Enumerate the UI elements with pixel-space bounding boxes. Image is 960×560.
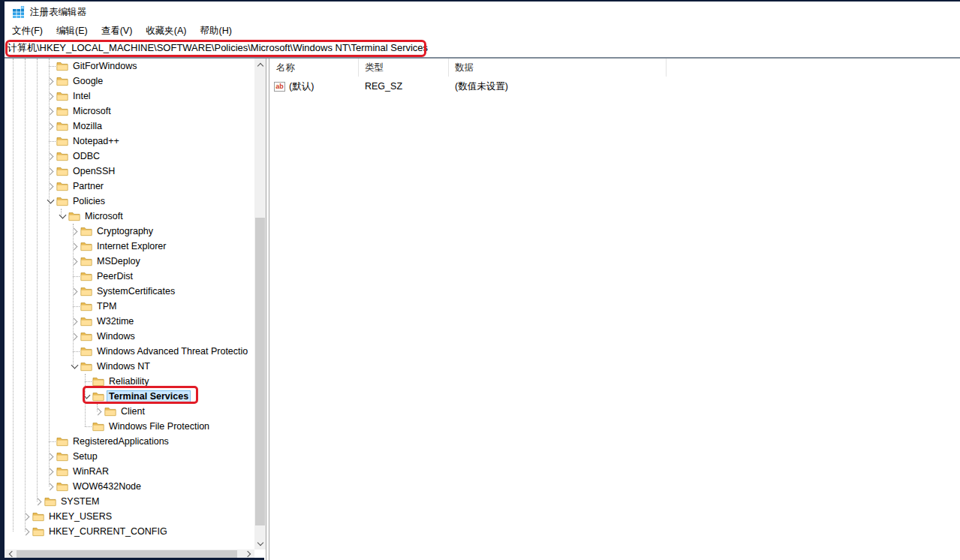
horizontal-scroll-thumb[interactable] [17, 550, 237, 558]
expand-chevron-right-icon[interactable] [20, 525, 32, 537]
tree-item-hkey-current-config[interactable]: HKEY_CURRENT_CONFIG [5, 524, 254, 539]
tree-item-microsoft[interactable]: Microsoft [5, 209, 254, 224]
tree-item-notepad[interactable]: Notepad++ [5, 134, 254, 149]
tree-item-tpm[interactable]: TPM [5, 299, 254, 314]
expand-chevron-right-icon[interactable] [44, 465, 56, 477]
scroll-up-button[interactable] [254, 59, 266, 71]
tree-item-label: Policies [71, 195, 107, 207]
expand-chevron-right-icon[interactable] [44, 165, 56, 177]
tree-item-odbc[interactable]: ODBC [5, 149, 254, 164]
tree-item-peerdist[interactable]: PeerDist [5, 269, 254, 284]
menu-favorites[interactable]: 收藏夹(A) [139, 23, 193, 39]
expand-chevron-right-icon[interactable] [68, 315, 80, 327]
tree-item-client[interactable]: Client [5, 404, 254, 419]
tree-item-mozilla[interactable]: Mozilla [5, 119, 254, 134]
chevron-right-icon [244, 551, 250, 557]
expand-chevron-right-icon[interactable] [44, 450, 56, 462]
expand-chevron-right-icon[interactable] [68, 285, 80, 297]
menu-file[interactable]: 文件(F) [5, 23, 50, 39]
tree-item-label: SYSTEM [59, 495, 101, 507]
expand-chevron-right-icon[interactable] [20, 510, 32, 522]
registry-tree: GitForWindowsGoogleIntelMicrosoftMozilla… [5, 59, 254, 549]
tree-item-gitforwindows[interactable]: GitForWindows [5, 59, 254, 74]
tree-item-setup[interactable]: Setup [5, 449, 254, 464]
tree-item-windows-advanced-threat-protectio[interactable]: Windows Advanced Threat Protectio [5, 344, 254, 359]
tree-item-systemcertificates[interactable]: SystemCertificates [5, 284, 254, 299]
vertical-scroll-thumb[interactable] [255, 218, 265, 525]
tree-item-windows-nt[interactable]: Windows NT [5, 359, 254, 374]
expand-chevron-right-icon[interactable] [68, 240, 80, 252]
collapse-chevron-down-icon[interactable] [68, 360, 80, 372]
scroll-down-button[interactable] [254, 537, 266, 549]
expand-chevron-right-icon[interactable] [44, 105, 56, 117]
tree-item-label: W32time [95, 315, 136, 327]
menu-view[interactable]: 查看(V) [95, 23, 140, 39]
column-header-name[interactable]: 名称 [270, 59, 359, 77]
tree-item-intel[interactable]: Intel [5, 89, 254, 104]
folder-icon [56, 451, 68, 462]
chevron-down-icon [257, 539, 263, 545]
collapse-chevron-down-icon[interactable] [80, 390, 92, 402]
expand-chevron-right-icon[interactable] [44, 75, 56, 87]
tree-vertical-scrollbar[interactable] [254, 59, 266, 549]
column-header-type[interactable]: 类型 [359, 59, 449, 77]
folder-icon [56, 481, 68, 492]
tree-item-w32time[interactable]: W32time [5, 314, 254, 329]
expand-chevron-right-icon[interactable] [44, 90, 56, 102]
tree-item-label: Windows NT [95, 360, 152, 372]
expand-chevron-right-icon[interactable] [92, 405, 104, 417]
tree-item-policies[interactable]: Policies [5, 194, 254, 209]
value-type: REG_SZ [359, 81, 449, 92]
expand-chevron-right-icon[interactable] [68, 225, 80, 237]
expand-chevron-right-icon[interactable] [68, 255, 80, 267]
tree-item-reliability[interactable]: Reliability [5, 374, 254, 389]
collapse-chevron-down-icon[interactable] [44, 195, 56, 207]
menu-edit[interactable]: 编辑(E) [50, 23, 95, 39]
tree-item-label: RegisteredApplications [71, 435, 171, 447]
tree-item-hkey-users[interactable]: HKEY_USERS [5, 509, 254, 524]
menu-help[interactable]: 帮助(H) [193, 23, 238, 39]
folder-icon [56, 91, 68, 101]
tree-item-google[interactable]: Google [5, 74, 254, 89]
tree-item-terminal-services[interactable]: Terminal Services [5, 389, 254, 404]
tree-item-internet-explorer[interactable]: Internet Explorer [5, 239, 254, 254]
tree-item-label: Mozilla [71, 120, 104, 132]
tree-item-windows-file-protection[interactable]: Windows File Protection [5, 419, 254, 434]
tree-item-msdeploy[interactable]: MSDeploy [5, 254, 254, 269]
tree-item-partner[interactable]: Partner [5, 179, 254, 194]
tree-guide-line [13, 59, 14, 531]
folder-icon [92, 391, 104, 402]
pane-splitter[interactable] [266, 59, 269, 560]
tree-item-wow6432node[interactable]: WOW6432Node [5, 479, 254, 494]
desktop-edge-left [0, 0, 5, 560]
column-header-data[interactable]: 数据 [449, 59, 667, 77]
expand-chevron-right-icon[interactable] [44, 180, 56, 192]
expand-chevron-right-icon[interactable] [44, 120, 56, 132]
registry-icon [12, 6, 25, 19]
registry-path[interactable]: 计算机\HKEY_LOCAL_MACHINE\SOFTWARE\Policies… [5, 41, 428, 55]
tree-item-label: Partner [71, 180, 106, 192]
tree-item-cryptography[interactable]: Cryptography [5, 224, 254, 239]
value-data: (数值未设置) [449, 80, 508, 93]
tree-item-registeredapplications[interactable]: RegisteredApplications [5, 434, 254, 449]
tree-item-label: Notepad++ [71, 135, 122, 147]
tree-item-openssh[interactable]: OpenSSH [5, 164, 254, 179]
address-bar[interactable]: 计算机\HKEY_LOCAL_MACHINE\SOFTWARE\Policies… [5, 39, 960, 59]
expand-chevron-right-icon[interactable] [68, 330, 80, 342]
expand-chevron-right-icon[interactable] [44, 150, 56, 162]
expand-chevron-right-icon[interactable] [32, 495, 44, 507]
tree-item-label: OpenSSH [71, 165, 117, 177]
folder-icon [56, 166, 68, 176]
tree-guide-line [73, 224, 74, 366]
tree-leaf-connector [49, 441, 56, 442]
tree-item-windows[interactable]: Windows [5, 329, 254, 344]
collapse-chevron-down-icon[interactable] [56, 210, 68, 222]
tree-item-system[interactable]: SYSTEM [5, 494, 254, 509]
expand-chevron-right-icon[interactable] [44, 480, 56, 492]
folder-icon [56, 436, 68, 447]
tree-item-microsoft[interactable]: Microsoft [5, 104, 254, 119]
value-row-default[interactable]: ab (默认) REG_SZ (数值未设置) [270, 79, 960, 94]
tree-item-winrar[interactable]: WinRAR [5, 464, 254, 479]
tree-item-label: Intel [71, 90, 93, 102]
tree-leaf-connector [49, 66, 56, 67]
